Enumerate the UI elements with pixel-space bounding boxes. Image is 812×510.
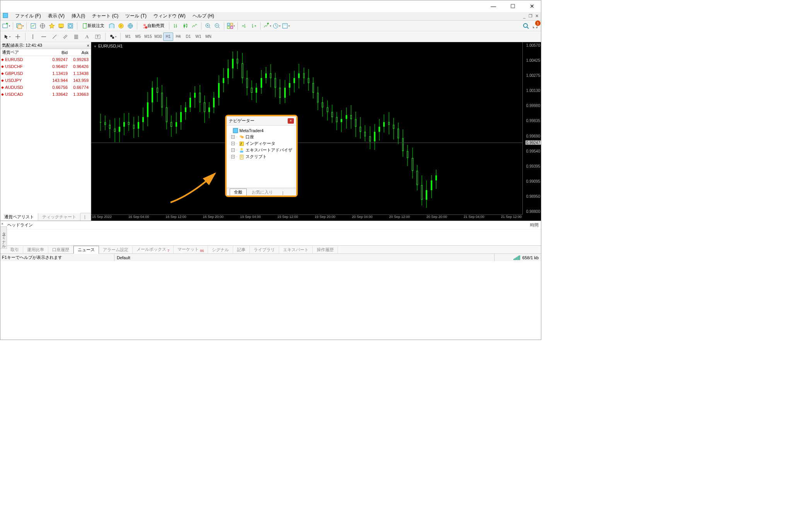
chart-canvas[interactable] (91, 42, 522, 214)
nav-tree-item[interactable]: +┄エキスパートアドバイザ (228, 147, 295, 153)
terminal-tab[interactable]: 操作履歴 (313, 246, 338, 253)
timeframe-w1[interactable]: W1 (193, 32, 203, 41)
terminal-tab[interactable]: シグナル (208, 246, 233, 253)
expand-icon[interactable]: + (231, 155, 235, 158)
search-button[interactable] (522, 22, 530, 30)
nav-tree-item[interactable]: +┄口座 (228, 134, 295, 140)
notification-button[interactable]: 1 (531, 22, 539, 30)
watch-row[interactable]: ◆AUDUSD0.667560.66774 (0, 84, 91, 91)
fibonacci-button[interactable] (71, 32, 81, 41)
timeframe-m5[interactable]: M5 (133, 32, 143, 41)
nav-tree-item[interactable]: +┄スクリプト (228, 153, 295, 160)
templates-button[interactable]: ▾ (281, 22, 290, 30)
timeframe-h4[interactable]: H4 (173, 32, 183, 41)
objects-button[interactable]: ▾ (108, 32, 118, 41)
expand-icon[interactable]: + (231, 148, 235, 152)
mdi-close-button[interactable]: ✕ (534, 14, 539, 19)
window-maximize-button[interactable]: ☐ (507, 2, 519, 11)
zoom-in-button[interactable] (204, 22, 212, 30)
timeframe-m30[interactable]: M30 (153, 32, 163, 41)
data-window-button[interactable] (38, 22, 47, 30)
market-watch-close-button[interactable]: × (87, 43, 89, 48)
terminal-tab[interactable]: 記事 (233, 246, 250, 253)
menu-insert[interactable]: 挿入(I) (72, 13, 85, 19)
equidistant-channel-button[interactable] (60, 32, 70, 41)
watch-col-pair[interactable]: 通貨ペア (0, 49, 44, 55)
crosshair-button[interactable] (13, 32, 23, 41)
menu-view[interactable]: 表示 (V) (48, 13, 65, 19)
trendline-button[interactable] (49, 32, 60, 41)
terminal-time-label[interactable]: 時間 (530, 222, 539, 228)
vertical-line-button[interactable] (28, 32, 38, 41)
chart-shift-button[interactable] (240, 22, 249, 30)
periodicity-button[interactable]: ▾ (272, 22, 281, 30)
navigator-close-button[interactable]: × (288, 118, 294, 124)
text-button[interactable]: T (93, 32, 103, 41)
candlestick-button[interactable] (181, 22, 189, 30)
terminal-tab[interactable]: エキスパート (279, 246, 313, 253)
terminal-button[interactable] (57, 22, 65, 30)
watch-tab-pairs[interactable]: 通貨ペアリスト (0, 213, 38, 221)
menu-help[interactable]: ヘルプ (H) (193, 13, 214, 19)
terminal-tab[interactable]: 運用比率 (23, 246, 48, 253)
mdi-minimize-button[interactable]: _ (522, 14, 527, 19)
watch-row[interactable]: ◆USDCAD1.336421.33663 (0, 91, 91, 98)
terminal-tab[interactable]: アラーム設定 (99, 246, 133, 253)
terminal-close-button[interactable]: × (1, 222, 3, 226)
terminal-tab[interactable]: 取引 (7, 246, 23, 253)
cursor-button[interactable]: ▾ (2, 32, 12, 41)
window-minimize-button[interactable]: — (488, 2, 499, 11)
nav-tree-item[interactable]: +┄fインディケータ (228, 140, 295, 147)
menu-chart[interactable]: チャート (C) (92, 13, 118, 19)
horizontal-line-button[interactable] (39, 32, 49, 41)
strategy-tester-button[interactable] (66, 22, 75, 30)
terminal-tab[interactable]: メールボックス 7 (133, 246, 174, 253)
timeframe-d1[interactable]: D1 (183, 32, 193, 41)
autotrading-button[interactable]: 自動売買 (140, 22, 167, 30)
auto-scroll-button[interactable] (249, 22, 258, 30)
text-label-button[interactable]: A (82, 32, 92, 41)
arrange-windows-button[interactable]: ▾ (227, 22, 235, 30)
terminal-tab[interactable]: ライブラリ (250, 246, 279, 253)
nav-tab-general[interactable]: 全般 (230, 189, 247, 196)
expand-icon[interactable]: + (231, 142, 235, 145)
indicators-button[interactable]: ▾ (263, 22, 271, 30)
timeframe-m1[interactable]: M1 (123, 32, 133, 41)
timeframe-mn[interactable]: MN (203, 32, 213, 41)
globe-button[interactable] (126, 22, 135, 30)
menu-tool[interactable]: ツール (T) (125, 13, 147, 19)
terminal-tab[interactable]: マーケット 86 (174, 246, 208, 253)
line-chart-button[interactable] (190, 22, 199, 30)
window-close-button[interactable]: ✕ (526, 2, 538, 11)
watch-col-ask[interactable]: Ask (68, 50, 91, 55)
new-order-button[interactable]: 新規注文 (80, 22, 107, 30)
signals-button[interactable] (117, 22, 125, 30)
nav-tree-root[interactable]: +MetaTrader4 (228, 127, 295, 134)
menu-file[interactable]: ファイル (F) (15, 13, 41, 19)
profiles-button[interactable]: ▾ (15, 22, 24, 30)
metaquotes-button[interactable] (107, 22, 116, 30)
bar-chart-button[interactable] (172, 22, 180, 30)
terminal-vertical-tab[interactable]: ターミナル (0, 226, 7, 249)
mdi-restore-button[interactable]: ❐ (528, 14, 533, 19)
expand-icon[interactable]: + (231, 135, 235, 139)
watch-row[interactable]: ◆EURUSD0.992470.99263 (0, 56, 91, 63)
zoom-out-button[interactable] (213, 22, 222, 30)
nav-tab-favorites[interactable]: お気に入り (247, 189, 277, 196)
status-profile[interactable]: Default (114, 254, 495, 261)
timeframe-h1[interactable]: H1 (163, 32, 173, 41)
timeframe-m15[interactable]: M15 (143, 32, 153, 41)
new-chart-button[interactable]: ▾ (2, 22, 10, 30)
chart-area[interactable]: EURUSD,H1 1.005701.004251.002751.001300.… (91, 42, 541, 221)
terminal-tab[interactable]: ニュース (73, 246, 99, 254)
watch-col-bid[interactable]: Bid (44, 50, 68, 55)
terminal-tab[interactable]: 口座履歴 (48, 246, 73, 253)
menu-window[interactable]: ウィンドウ (W) (154, 13, 186, 19)
market-watch-button[interactable] (29, 22, 38, 30)
navigator-button[interactable] (48, 22, 56, 30)
watch-row[interactable]: ◆USDCHF0.964070.96426 (0, 63, 91, 70)
watch-tab-tick[interactable]: ティックチャート (38, 213, 80, 221)
terminal-headline-label[interactable]: ヘッドライン (5, 221, 541, 230)
watch-row[interactable]: ◆GBPUSD1.134191.13438 (0, 70, 91, 77)
watch-row[interactable]: ◆USDJPY143.944143.959 (0, 77, 91, 84)
